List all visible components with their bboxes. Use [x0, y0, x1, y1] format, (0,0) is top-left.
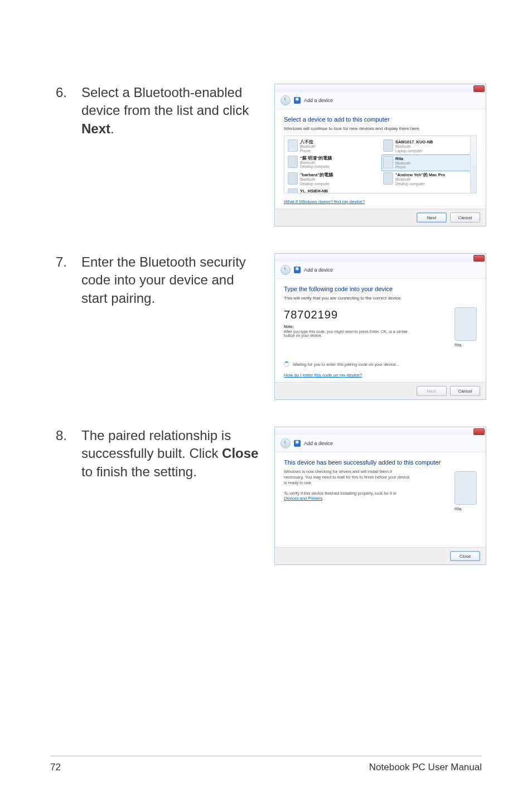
- page-footer: 72 Notebook PC User Manual: [50, 756, 482, 773]
- step-text-bold: Close: [222, 446, 258, 461]
- pairing-code: 78702199: [284, 308, 446, 321]
- device-item[interactable]: 八不拉 Bluetooth Phone: [287, 138, 379, 154]
- help-link[interactable]: How do I enter this code on my device?: [284, 373, 362, 378]
- dialog-sub: This will verify that you are connecting…: [284, 296, 477, 301]
- device-cat: Desktop computer: [300, 165, 332, 169]
- device-item[interactable]: "蘇 明清"的電腦 Bluetooth Desktop computer: [287, 154, 378, 172]
- step-text-post: to finish the setting.: [81, 464, 197, 479]
- device-preview: Rita: [454, 305, 477, 347]
- device-item[interactable]: "barbara"的電腦 Bluetooth Desktop computer: [287, 171, 379, 187]
- device-item[interactable]: YL_HSIEH-NB Bluetooth: [287, 187, 379, 194]
- dialog-title: Add a device: [304, 98, 333, 103]
- dialog-heading: Type the following code into your device: [284, 286, 477, 292]
- dialog-heading: Select a device to add to this computer: [284, 116, 477, 123]
- device-name: 八不拉: [300, 139, 315, 144]
- step-text: Enter the Bluetooth security code into y…: [81, 253, 260, 400]
- phone-icon: [454, 471, 477, 505]
- device-name: Rita: [454, 507, 477, 511]
- devices-printers-link[interactable]: Devices and Printers: [284, 496, 322, 501]
- step-text: The paired relationship is successfully …: [81, 427, 260, 565]
- phone-icon: [454, 307, 477, 341]
- next-button: Next: [417, 386, 447, 396]
- device-type: Bluetooth: [395, 144, 433, 149]
- note-label: Note:: [284, 325, 446, 328]
- close-icon[interactable]: [473, 85, 485, 92]
- close-button[interactable]: Close: [450, 551, 480, 561]
- success-body1: Windows is now checking for drivers and …: [284, 469, 412, 485]
- laptop-icon: [288, 189, 298, 194]
- titlebar: Add a device: [275, 262, 486, 279]
- dialog-footer: Next Cancel: [275, 209, 486, 226]
- bluetooth-icon: [294, 440, 301, 447]
- cancel-button[interactable]: Cancel: [450, 386, 480, 396]
- device-item-selected[interactable]: Rita Bluetooth Phone: [381, 154, 474, 172]
- device-type: Bluetooth: [395, 177, 445, 182]
- back-button[interactable]: [280, 265, 291, 275]
- note-text: After you type this code, you might need…: [284, 330, 412, 337]
- bluetooth-icon: [294, 267, 301, 273]
- help-link[interactable]: What if Windows doesn't find my device?: [284, 199, 365, 204]
- device-cat: Desktop computer: [300, 182, 333, 186]
- device-cat: Laptop computer: [395, 149, 433, 153]
- close-icon[interactable]: [473, 428, 485, 435]
- dialog-add-device-success: Add a device This device has been succes…: [274, 427, 486, 565]
- device-name: SAM1017_KUO-NB: [395, 139, 433, 144]
- dialog-footer: Close: [275, 547, 486, 564]
- step-num: 7.: [56, 253, 67, 400]
- screenshot-wrap: Add a device Select a device to add to t…: [274, 84, 486, 226]
- waiting-status: Waiting for you to enter this pairing co…: [284, 361, 477, 367]
- device-name: Rita: [454, 343, 477, 347]
- success-body2: To verify if this device finished instal…: [284, 491, 412, 501]
- step-6: 6. Select a Bluetooth-enabled device fro…: [56, 84, 482, 226]
- step-text-pre: Select a Bluetooth-enabled device from t…: [81, 85, 249, 118]
- step-8: 8. The paired relationship is successful…: [56, 427, 482, 565]
- step-text-pre: The paired relationship is successfully …: [81, 428, 231, 461]
- dialog-body: Select a device to add to this computer …: [275, 109, 486, 209]
- desktop-icon: [288, 172, 298, 185]
- device-type: Bluetooth: [300, 177, 333, 182]
- titlebar: Add a device: [275, 92, 486, 109]
- cancel-button[interactable]: Cancel: [450, 212, 480, 223]
- back-button[interactable]: [280, 438, 291, 448]
- laptop-icon: [383, 139, 393, 152]
- waiting-text: Waiting for you to enter this pairing co…: [293, 362, 399, 367]
- back-button[interactable]: [280, 95, 291, 105]
- close-icon[interactable]: [473, 255, 485, 262]
- step-text-post: .: [110, 121, 114, 136]
- page: 6. Select a Bluetooth-enabled device fro…: [0, 0, 532, 802]
- manual-title: Notebook PC User Manual: [369, 762, 482, 773]
- next-button[interactable]: Next: [417, 212, 447, 223]
- device-name: "barbara"的電腦: [300, 172, 333, 177]
- device-preview: Rita: [454, 469, 477, 511]
- bluetooth-icon: [294, 97, 301, 104]
- dialog-heading: This device has been successfully added …: [284, 459, 477, 466]
- window-controls: [275, 427, 486, 435]
- desktop-icon: [383, 172, 393, 185]
- dialog-add-device-code: Add a device Type the following code int…: [274, 253, 486, 400]
- device-name: "Andrew Yeh"的 Mac Pro: [395, 172, 445, 177]
- device-name: Rita: [395, 156, 410, 161]
- page-number: 72: [50, 762, 61, 773]
- screenshot-wrap: Add a device This device has been succes…: [274, 427, 486, 565]
- dialog-title: Add a device: [304, 441, 333, 446]
- titlebar: Add a device: [275, 435, 486, 452]
- dialog-title: Add a device: [304, 267, 333, 273]
- device-cat: Desktop computer: [395, 182, 445, 186]
- dialog-sub: Windows will continue to look for new de…: [284, 126, 477, 131]
- dialog-add-device-select: Add a device Select a device to add to t…: [274, 84, 486, 226]
- success-body2-pre: To verify if this device finished instal…: [284, 491, 396, 496]
- device-type: Bluetooth: [395, 161, 410, 166]
- desktop-icon: [288, 156, 298, 168]
- dialog-footer: Next Cancel: [275, 382, 486, 399]
- device-item[interactable]: SAM1017_KUO-NB Bluetooth Laptop computer: [382, 138, 474, 154]
- step-num: 8.: [56, 427, 67, 565]
- device-type: Bluetooth: [300, 161, 332, 165]
- device-item[interactable]: "Andrew Yeh"的 Mac Pro Bluetooth Desktop …: [382, 171, 474, 187]
- device-name: "蘇 明清"的電腦: [300, 156, 332, 161]
- spinner-icon: [284, 361, 289, 367]
- window-controls: [275, 84, 486, 92]
- device-type: Bluetooth: [300, 144, 315, 149]
- device-list[interactable]: 八不拉 Bluetooth Phone SAM1017_KUO-NB Bluet…: [284, 136, 477, 194]
- dialog-body: Type the following code into your device…: [275, 279, 486, 382]
- screenshot-wrap: Add a device Type the following code int…: [274, 253, 486, 400]
